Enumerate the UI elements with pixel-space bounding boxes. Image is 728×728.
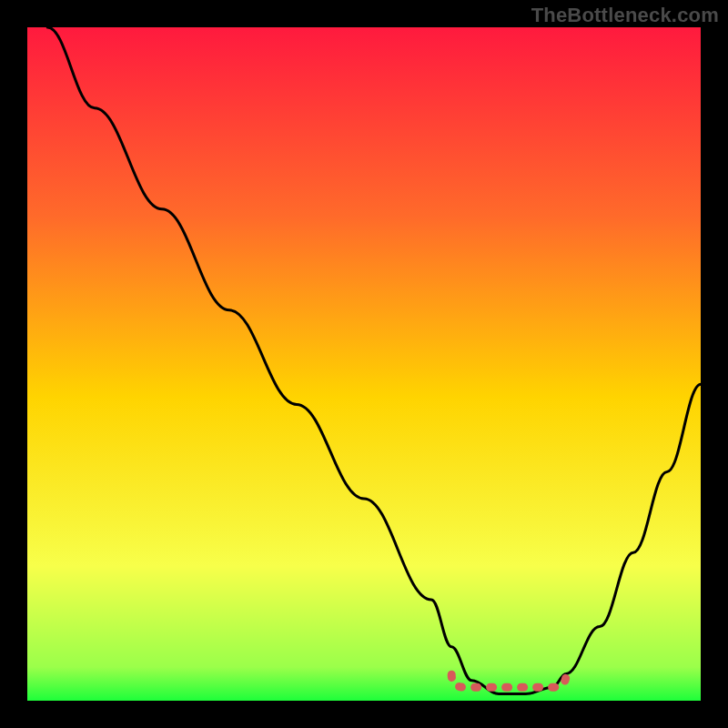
- bottleneck-chart: [0, 0, 728, 728]
- gradient-plot-area: [27, 27, 701, 701]
- chart-frame: TheBottleneck.com: [0, 0, 728, 728]
- watermark-text: TheBottleneck.com: [531, 4, 719, 27]
